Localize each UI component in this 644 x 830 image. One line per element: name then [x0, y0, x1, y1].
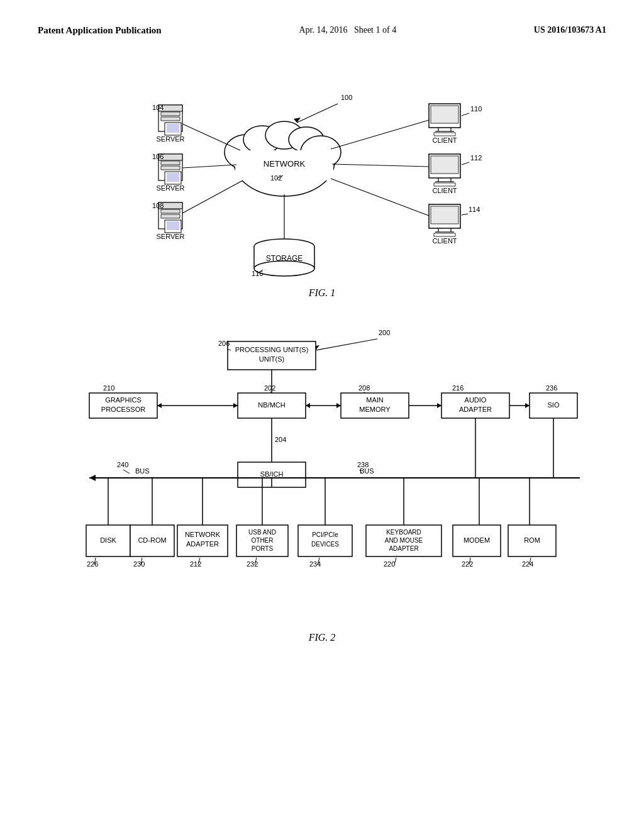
keyboard-label-1: KEYBOARD — [386, 529, 421, 536]
svg-line-61 — [331, 179, 429, 216]
disk-label: DISK — [100, 536, 116, 544]
svg-line-16 — [182, 124, 240, 150]
svg-marker-70 — [306, 403, 310, 408]
cdrom-label: CD-ROM — [138, 536, 166, 544]
svg-rect-13 — [161, 117, 180, 121]
rom-label: ROM — [524, 536, 540, 544]
client-112-label: CLIENT — [432, 187, 457, 194]
svg-line-53 — [332, 164, 429, 167]
page: Patent Application Publication Apr. 14, … — [0, 0, 644, 830]
client-110: CLIENT 110 — [331, 104, 482, 149]
pci-label-2: DEVICES — [311, 541, 339, 548]
storage-116: STORAGE 116 — [252, 194, 314, 277]
usb-label-2: OTHER — [252, 537, 274, 544]
network-adapter-label-1: NETWORK — [185, 531, 221, 538]
header-right: US 2016/103673 A1 — [534, 25, 606, 35]
nbmch-label: NB/MCH — [258, 401, 285, 409]
ref-206: 206 — [218, 340, 230, 347]
ref-202: 202 — [264, 384, 275, 392]
svg-rect-47 — [431, 156, 458, 174]
fig1-svg: NETWORK 100 102 SERVER 104 — [96, 55, 548, 287]
ref-200: 200 — [379, 329, 390, 336]
svg-marker-101 — [525, 403, 530, 408]
svg-rect-55 — [431, 206, 458, 224]
network-cloud: NETWORK — [225, 121, 341, 196]
svg-marker-73 — [157, 403, 162, 408]
ref-210: 210 — [103, 384, 114, 392]
ref-114: 114 — [469, 206, 480, 213]
ref-110: 110 — [470, 105, 482, 113]
ref-112: 112 — [470, 154, 482, 162]
pci-label-1: PCI/PCIe — [312, 531, 338, 538]
ref-236: 236 — [546, 384, 557, 392]
client-114: CLIENT 114 — [331, 179, 480, 245]
ref-216: 216 — [452, 384, 464, 392]
header-sheet: Sheet 1 of 4 — [354, 25, 396, 35]
graphics-label-2: PROCESSOR — [101, 406, 145, 413]
fig2-svg: 200 PROCESSING UNIT(S) UNIT(S) 206 NB/MC… — [52, 318, 592, 632]
client-112: CLIENT 112 — [332, 154, 482, 194]
ref-204: 204 — [275, 436, 286, 443]
proc-label-2: UNIT(S) — [259, 355, 284, 363]
sio-label: SIO — [548, 401, 560, 409]
svg-rect-43 — [434, 133, 455, 136]
svg-line-23 — [182, 165, 236, 168]
header-date: Apr. 14, 2016 — [299, 25, 347, 35]
ref-212: 212 — [190, 560, 201, 568]
ref-220: 220 — [384, 560, 395, 568]
audio-label-2: ADAPTER — [459, 406, 492, 413]
main-mem-label-2: MEMORY — [359, 406, 391, 413]
server-104-label: SERVER — [156, 135, 184, 143]
ref-108: 108 — [152, 202, 164, 209]
ref-224: 224 — [522, 560, 533, 568]
modem-label: MODEM — [464, 536, 490, 544]
usb-label-1: USB AND — [248, 529, 276, 536]
bus-left-label: BUS — [135, 467, 150, 475]
page-header: Patent Application Publication Apr. 14, … — [38, 25, 606, 36]
svg-rect-22 — [167, 173, 179, 182]
svg-rect-20 — [161, 166, 180, 170]
ref-230: 230 — [133, 560, 145, 568]
ref-226: 226 — [87, 560, 98, 568]
server-106: SERVER 106 — [152, 153, 236, 192]
svg-rect-15 — [167, 124, 179, 133]
usb-label-3: PORTS — [252, 545, 274, 552]
svg-rect-51 — [434, 183, 455, 186]
header-left: Patent Application Publication — [38, 25, 162, 36]
svg-line-45 — [331, 120, 429, 149]
ref-104: 104 — [152, 104, 164, 111]
svg-line-75 — [123, 470, 130, 473]
ref-100: 100 — [341, 94, 352, 101]
svg-rect-12 — [161, 112, 180, 116]
fig2-label: FIG. 2 — [309, 632, 336, 643]
graphics-label-1: GRAPHICS — [105, 396, 141, 404]
figure-2-area: 200 PROCESSING UNIT(S) UNIT(S) 206 NB/MC… — [38, 318, 606, 650]
svg-rect-29 — [167, 221, 179, 230]
svg-marker-72 — [233, 403, 238, 408]
svg-marker-91 — [437, 403, 441, 408]
svg-line-44 — [462, 113, 469, 116]
network-label: NETWORK — [264, 159, 306, 169]
svg-line-60 — [462, 214, 468, 215]
svg-line-52 — [462, 162, 469, 165]
sbich-label: SB/ICH — [260, 470, 284, 478]
figure-1-area: NETWORK 100 102 SERVER 104 — [38, 55, 606, 318]
ref-238: 238 — [357, 461, 369, 468]
svg-rect-26 — [161, 209, 180, 213]
ref-222: 222 — [462, 560, 473, 568]
client-114-label: CLIENT — [432, 237, 457, 245]
keyboard-label-3: ADAPTER — [389, 545, 418, 552]
client-110-label: CLIENT — [432, 136, 457, 144]
ref-102: 102 — [270, 174, 282, 182]
svg-line-7 — [297, 104, 338, 123]
svg-rect-27 — [161, 214, 180, 218]
main-mem-label-1: MAIN — [366, 396, 384, 404]
audio-label-1: AUDIO — [465, 396, 487, 404]
keyboard-label-2: AND MOUSE — [385, 537, 423, 544]
svg-rect-59 — [434, 233, 455, 236]
storage-label: STORAGE — [266, 254, 303, 263]
network-adapter-label-2: ADAPTER — [186, 540, 219, 548]
svg-marker-78 — [89, 475, 96, 481]
svg-point-35 — [254, 261, 314, 276]
svg-line-62 — [316, 339, 377, 350]
